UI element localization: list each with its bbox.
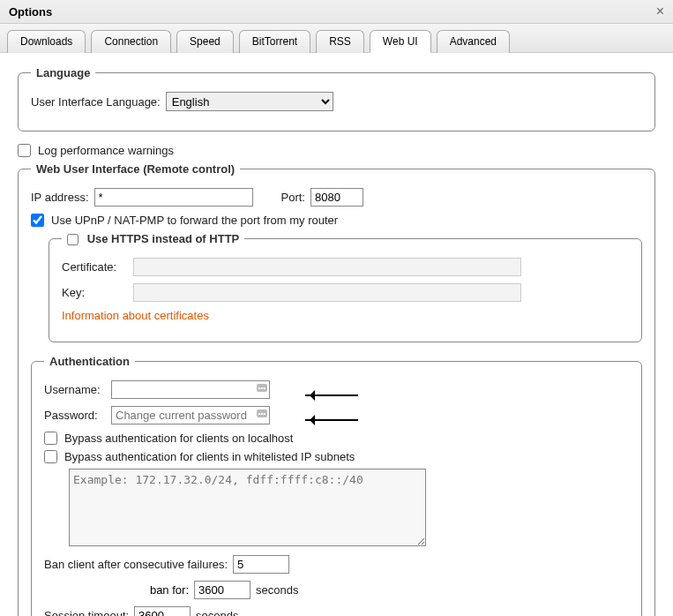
tab-advanced[interactable]: Advanced [437,30,510,53]
log-performance-label: Log performance warnings [38,144,174,157]
ban-after-label: Ban client after consecutive failures: [44,558,228,571]
password-input[interactable] [111,406,270,424]
key-label: Key: [62,286,128,299]
tab-downloads[interactable]: Downloads [7,30,86,53]
upnp-label: Use UPnP / NAT-PMP to forward the port f… [51,214,338,227]
language-select[interactable]: English [166,92,333,111]
close-icon[interactable]: × [656,4,664,19]
ip-input[interactable] [94,188,253,207]
ban-for-seconds: seconds [256,583,298,597]
session-timeout-label: Session timeout: [44,609,129,616]
input-suggest-icon-2: ••• [257,409,267,417]
bypass-localhost-checkbox[interactable] [44,432,57,445]
language-fieldset: Language User Interface Language: Englis… [18,66,655,131]
password-label: Password: [44,409,106,422]
bypass-whitelist-label: Bypass authentication for clients in whi… [64,450,355,463]
cert-info-link[interactable]: Information about certificates [62,309,209,322]
certificate-label: Certificate: [62,260,128,274]
tab-webui[interactable]: Web UI [370,30,431,53]
ban-after-input[interactable] [233,555,289,574]
webui-fieldset: Web User Interface (Remote control) IP a… [18,162,655,616]
arrow-annotation-2 [305,419,358,421]
window-title: Options [9,5,52,19]
username-label: Username: [44,383,106,396]
certificate-input[interactable] [133,258,521,276]
auth-legend: Authentication [44,355,135,368]
tab-speed[interactable]: Speed [176,30,234,53]
ban-for-input[interactable] [194,581,251,599]
subnets-textarea[interactable] [69,469,426,546]
port-label: Port: [281,191,305,204]
ip-label: IP address: [31,191,89,204]
ban-for-label: ban for: [44,583,189,597]
bypass-whitelist-checkbox[interactable] [44,450,57,463]
input-suggest-icon: ••• [257,384,267,392]
upnp-checkbox[interactable] [31,214,44,227]
language-legend: Language [31,66,95,79]
auth-fieldset: Authentication Username: ••• Password: •… [31,355,642,616]
https-legend-text: Use HTTPS instead of HTTP [87,232,240,245]
session-timeout-input[interactable] [134,606,191,616]
https-legend: Use HTTPS instead of HTTP [62,232,244,245]
tab-bittorrent[interactable]: BitTorrent [239,30,310,53]
session-seconds: seconds [196,609,238,616]
key-input[interactable] [133,283,521,302]
content-area: Language User Interface Language: Englis… [0,53,673,616]
https-checkbox[interactable] [67,234,79,245]
language-label: User Interface Language: [31,95,161,109]
bypass-localhost-label: Bypass authentication for clients on loc… [64,432,293,445]
webui-legend: Web User Interface (Remote control) [31,162,240,176]
https-fieldset: Use HTTPS instead of HTTP Certificate: K… [49,232,642,342]
arrow-annotation-1 [305,394,358,396]
tab-rss[interactable]: RSS [316,30,364,53]
tab-connection[interactable]: Connection [91,30,171,53]
port-input[interactable] [310,188,363,207]
tabs-bar: Downloads Connection Speed BitTorrent RS… [0,24,673,53]
log-performance-checkbox[interactable] [18,144,31,157]
username-input[interactable] [111,380,270,399]
